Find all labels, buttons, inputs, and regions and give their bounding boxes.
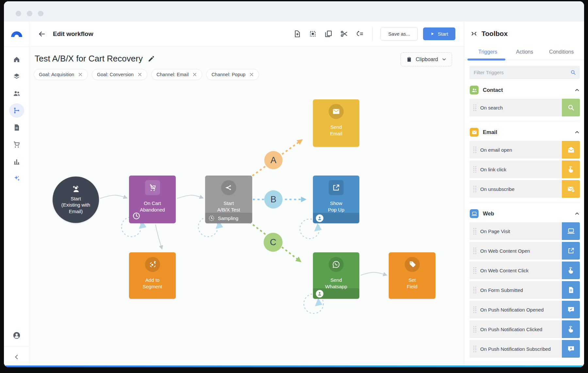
whatsapp-icon xyxy=(332,260,340,269)
node-add-to-segment[interactable]: Add to Segment xyxy=(129,252,176,299)
changelog-button[interactable] xyxy=(355,29,365,39)
node-abx-test[interactable]: Start A/B/X TestSampling xyxy=(205,176,252,223)
node-footer: Sampling xyxy=(205,213,252,223)
collapse-panel-icon[interactable] xyxy=(471,30,477,37)
external-link-icon xyxy=(332,183,340,192)
new-document-button[interactable] xyxy=(293,29,302,39)
trigger-item[interactable]: On link click xyxy=(469,161,580,178)
node-label: Add to Segment xyxy=(142,277,162,290)
trigger-label: On Form Submitted xyxy=(469,287,523,293)
node-type-badge xyxy=(405,257,420,272)
play-icon xyxy=(430,32,434,36)
tab-triggers[interactable]: Triggers xyxy=(469,46,506,60)
chevron-up-icon[interactable] xyxy=(574,87,580,93)
toolbox-section-contact: ContactOn search xyxy=(469,81,580,116)
chevron-up-icon[interactable] xyxy=(574,211,580,216)
desktop-background: Edit workflow Save as... Start Test A/B/… xyxy=(0,0,588,373)
filter-triggers-input[interactable] xyxy=(469,66,580,79)
tab-conditions[interactable]: Conditions xyxy=(543,46,580,60)
trigger-item[interactable]: On search xyxy=(469,99,580,116)
node-set-field[interactable]: Set Field xyxy=(389,252,435,299)
trigger-label: On unsubscribe xyxy=(469,186,514,192)
trigger-item[interactable]: On Push Notification Clicked xyxy=(469,320,580,338)
remove-tag-icon[interactable] xyxy=(138,72,142,77)
drag-handle-icon[interactable] xyxy=(473,346,476,352)
envelope-minus-icon xyxy=(562,180,580,198)
drag-handle-icon[interactable] xyxy=(473,146,476,153)
file-icon xyxy=(562,281,580,299)
node-start[interactable]: Start (Existing with Email) xyxy=(53,177,99,223)
drag-handle-icon[interactable] xyxy=(473,228,476,234)
trigger-item[interactable]: On Push Notification Opened xyxy=(469,301,580,318)
chat-check-icon xyxy=(562,301,580,318)
scissors-icon xyxy=(340,30,348,38)
node-show-popup[interactable]: Show Pop Up xyxy=(313,176,359,223)
trigger-item[interactable]: On Web Content Open xyxy=(469,242,580,260)
drag-handle-icon[interactable] xyxy=(473,326,476,332)
sidebar-item-documents[interactable] xyxy=(9,120,24,135)
node-send-email[interactable]: Send Email xyxy=(313,99,359,147)
trigger-item[interactable]: On Form Submitted xyxy=(469,281,580,299)
person-add-icon xyxy=(72,185,80,194)
remove-tag-icon[interactable] xyxy=(192,72,197,77)
section-icon xyxy=(470,209,479,218)
chevron-up-icon[interactable] xyxy=(574,129,580,135)
trigger-item[interactable]: On Web Content Click xyxy=(469,262,580,279)
drag-handle-icon[interactable] xyxy=(473,306,476,313)
sidebar-item-commerce[interactable] xyxy=(9,137,24,152)
sidebar-item-layers[interactable] xyxy=(9,69,24,84)
workflow-tag: Goal: Conversion xyxy=(92,69,147,80)
people-icon xyxy=(13,90,21,97)
copy-button[interactable] xyxy=(324,29,333,39)
cut-button[interactable] xyxy=(340,29,349,39)
sparkles-icon xyxy=(13,175,21,182)
remove-tag-icon[interactable] xyxy=(78,72,83,77)
sidebar-item-audience[interactable] xyxy=(9,86,24,101)
clock-dashed-icon xyxy=(208,215,215,222)
toolbar-divider xyxy=(372,27,373,41)
trigger-item[interactable]: On Page Visit xyxy=(469,222,580,240)
drag-handle-icon[interactable] xyxy=(473,287,476,293)
sidebar-item-ai-assistant[interactable] xyxy=(9,171,24,186)
drag-handle-icon[interactable] xyxy=(473,247,476,254)
node-cart-abandoned[interactable]: On Cart Abandoned xyxy=(129,176,176,223)
select-all-button[interactable] xyxy=(308,29,318,39)
tab-actions[interactable]: Actions xyxy=(506,46,543,60)
back-button[interactable] xyxy=(35,27,48,41)
brand-arc-icon xyxy=(11,31,22,37)
trigger-item[interactable]: On unsubscribe xyxy=(469,180,580,198)
drag-handle-icon[interactable] xyxy=(473,104,476,111)
start-button[interactable]: Start xyxy=(423,27,455,40)
sidebar-item-collapse-sidebar[interactable] xyxy=(4,346,29,367)
drag-handle-icon[interactable] xyxy=(473,166,476,173)
node-send-whatsapp[interactable]: Send Whatsapp xyxy=(313,252,359,299)
tag-label: Channel: Email xyxy=(156,72,188,77)
sidebar-item-account[interactable] xyxy=(4,325,29,346)
app-logo[interactable] xyxy=(4,22,29,47)
window-control-dot[interactable] xyxy=(16,11,21,16)
trigger-item[interactable]: On email open xyxy=(469,141,580,159)
toolbox-section-email: EmailOn email openOn link clickOn unsubs… xyxy=(469,121,580,198)
save-as-button[interactable]: Save as... xyxy=(381,27,418,41)
branch-label-B: B xyxy=(264,190,283,209)
window-control-dot[interactable] xyxy=(27,11,32,16)
toolbox-section-web: WebOn Page VisitOn Web Content OpenOn We… xyxy=(469,202,580,358)
edit-title-pencil-icon[interactable] xyxy=(147,55,155,63)
sidebar-item-home[interactable] xyxy=(9,52,24,67)
drag-handle-icon[interactable] xyxy=(473,186,476,192)
click-icon xyxy=(567,165,575,173)
drag-handle-icon[interactable] xyxy=(473,267,476,274)
back-arrow-icon xyxy=(38,30,46,38)
workflow-canvas[interactable]: Test A/B/X for Cart Recovery Goal: Acqui… xyxy=(29,46,464,367)
toolbox-tabs: TriggersActionsConditions xyxy=(464,46,584,60)
trigger-item[interactable]: On Push Notification Subscribed xyxy=(469,340,580,358)
sidebar-item-workflows[interactable] xyxy=(9,103,24,118)
sidebar-item-analytics[interactable] xyxy=(9,154,24,169)
laptop-icon xyxy=(567,227,575,235)
segment-icon xyxy=(148,260,157,269)
search-icon xyxy=(570,69,576,76)
person-badge xyxy=(316,214,323,222)
search-icon xyxy=(562,99,580,116)
remove-tag-icon[interactable] xyxy=(249,72,254,77)
window-control-dot[interactable] xyxy=(38,11,43,16)
